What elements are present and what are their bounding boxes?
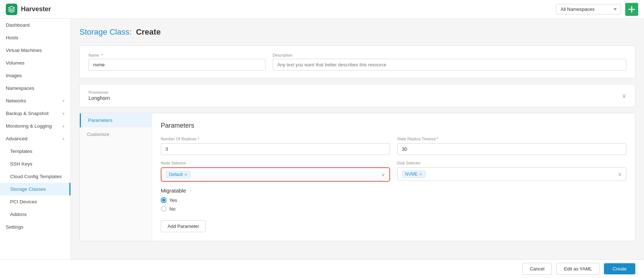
name-description-row: Name * Description: [88, 53, 626, 71]
sidebar-item-label: Addons: [10, 212, 27, 217]
sidebar-item-templates[interactable]: Templates: [0, 145, 70, 158]
sidebar-item-networks[interactable]: Networks ∨: [0, 94, 70, 107]
replicas-stale-row: Number Of Replicas * Stale Replica Timeo…: [161, 137, 626, 155]
tag-remove-nvme[interactable]: ✕: [419, 172, 422, 177]
add-parameter-button[interactable]: Add Parameter: [161, 220, 206, 232]
sidebar-item-label: Backup & Snapshot: [6, 111, 49, 116]
chevron-up-icon: ∧: [62, 137, 65, 141]
app-logo: [6, 4, 17, 15]
sidebar-item-pci-devices[interactable]: PCI Devices: [0, 195, 70, 208]
stale-input[interactable]: [397, 143, 627, 155]
description-input[interactable]: [273, 59, 626, 71]
sidebar-item-advanced[interactable]: Advanced ∧: [0, 132, 70, 145]
sidebar-item-volumes[interactable]: Volumes: [0, 57, 70, 69]
sidebar-item-virtual-machines[interactable]: Virtual Machines: [0, 44, 70, 57]
disk-selector-group: Disk Selector NVME ✕ ∨: [397, 161, 627, 182]
disk-selector-dropdown[interactable]: NVME ✕ ∨: [397, 167, 627, 181]
sidebar-item-ssh-keys[interactable]: SSH Keys: [0, 158, 70, 170]
sidebar-item-namespaces[interactable]: Namespaces: [0, 82, 70, 94]
stale-group: Stale Replica Timeout *: [397, 137, 627, 155]
plus-icon: [628, 6, 635, 13]
app-logo-icon: [8, 6, 15, 13]
sidebar-item-label: Advanced: [6, 136, 27, 141]
sidebar-item-label: Images: [6, 73, 22, 78]
tab-customize[interactable]: Customize: [80, 127, 152, 141]
sidebar-item-label: Namespaces: [6, 85, 34, 91]
radio-no-label: No: [169, 206, 176, 212]
name-label: Name *: [88, 53, 265, 57]
tabs-layout: Parameters Customize Parameters Number O…: [79, 113, 635, 241]
chevron-down-icon: ∨: [62, 111, 65, 115]
name-description-card: Name * Description: [79, 45, 635, 78]
sidebar-item-label: Monitoring & Logging: [6, 123, 52, 129]
node-selector-dropdown[interactable]: Default ✕ ∨: [161, 167, 390, 182]
sidebar-item-label: SSH Keys: [10, 161, 33, 167]
top-bar-right: All Namespaces default kube-system: [556, 3, 638, 16]
sidebar-item-label: Virtual Machines: [6, 48, 42, 53]
migratable-yes[interactable]: Yes: [161, 197, 626, 203]
tag-remove-default[interactable]: ✕: [184, 172, 187, 177]
sidebar-item-label: Settings: [6, 224, 23, 230]
disk-selector-label: Disk Selector: [397, 161, 627, 165]
node-selector-tag-default: Default ✕: [166, 171, 191, 178]
sidebar-item-addons[interactable]: Addons: [0, 208, 70, 221]
stale-label: Stale Replica Timeout *: [397, 137, 627, 141]
provisioner-label: Provisioner: [88, 90, 110, 94]
bottom-bar: Cancel Edit as YAML Create: [0, 259, 644, 278]
sidebar-item-label: Volumes: [6, 60, 25, 66]
migratable-title: Migratable: [161, 187, 626, 194]
description-label: Description: [273, 53, 626, 57]
sidebar-item-settings[interactable]: Settings: [0, 221, 70, 233]
migratable-no[interactable]: No: [161, 206, 626, 212]
top-bar-left: Harvester: [6, 4, 51, 15]
page-title: Storage Class: Create: [79, 27, 635, 37]
sidebar-item-label: PCI Devices: [10, 199, 37, 204]
sidebar-nav: Dashboard Hosts Virtual Machines Volumes…: [0, 19, 70, 278]
sidebar-item-label: Storage Classes: [10, 186, 46, 192]
node-selector-label: Node Selector: [161, 161, 390, 165]
radio-yes-circle: [161, 197, 167, 203]
name-group: Name *: [88, 53, 265, 71]
parameters-section-title: Parameters: [161, 122, 626, 129]
sidebar: Dashboard Hosts Virtual Machines Volumes…: [0, 0, 71, 278]
sidebar-item-dashboard[interactable]: Dashboard: [0, 19, 70, 31]
node-selector-tags: Default ✕: [166, 171, 191, 178]
page-title-row: Storage Class: Create: [79, 27, 635, 37]
create-button[interactable]: Create: [604, 263, 635, 274]
disk-selector-tag-nvme: NVME ✕: [402, 171, 426, 178]
sidebar-item-monitoring-logging[interactable]: Monitoring & Logging ∨: [0, 120, 70, 132]
chevron-down-icon: ∨: [618, 171, 622, 177]
sidebar-item-label: Cloud Config Templates: [10, 174, 62, 179]
sidebar-item-images[interactable]: Images: [0, 69, 70, 82]
tab-content-parameters: Parameters Number Of Replicas * Stale Re…: [152, 113, 635, 241]
name-input[interactable]: [88, 59, 265, 71]
sidebar-item-cloud-config-templates[interactable]: Cloud Config Templates: [0, 170, 70, 183]
sidebar-item-hosts[interactable]: Hosts: [0, 31, 70, 44]
migratable-radio-group: Yes No: [161, 197, 626, 212]
app-title: Harvester: [21, 5, 51, 13]
edit-yaml-button[interactable]: Edit as YAML: [556, 263, 600, 275]
provisioner-card[interactable]: Provisioner Longhorn ∨: [79, 84, 635, 107]
replicas-input[interactable]: [161, 143, 390, 155]
sidebar-item-label: Networks: [6, 98, 26, 103]
tab-parameters[interactable]: Parameters: [80, 113, 152, 127]
main-content: Storage Class: Create Name * Description: [71, 0, 644, 278]
sidebar-item-backup-snapshot[interactable]: Backup & Snapshot ∨: [0, 107, 70, 120]
tag-label: Default: [169, 172, 183, 177]
tag-label: NVME: [405, 172, 418, 177]
selector-row: Node Selector Default ✕ ∨: [161, 161, 626, 182]
radio-yes-label: Yes: [169, 198, 177, 203]
chevron-down-icon: ∨: [62, 124, 65, 128]
namespace-select[interactable]: All Namespaces default kube-system: [556, 4, 621, 14]
description-group: Description: [273, 53, 626, 71]
radio-no-circle: [161, 206, 167, 212]
node-selector-group: Node Selector Default ✕ ∨: [161, 161, 390, 182]
page-title-action: Create: [136, 27, 160, 36]
sidebar-item-storage-classes[interactable]: Storage Classes: [0, 183, 70, 195]
sidebar-item-label: Dashboard: [6, 22, 30, 28]
add-resource-button[interactable]: [625, 3, 638, 16]
sidebar-item-label: Hosts: [6, 35, 18, 40]
provisioner-value: Longhorn: [88, 95, 110, 101]
sidebar-item-label: Templates: [10, 149, 33, 154]
cancel-button[interactable]: Cancel: [522, 263, 552, 275]
